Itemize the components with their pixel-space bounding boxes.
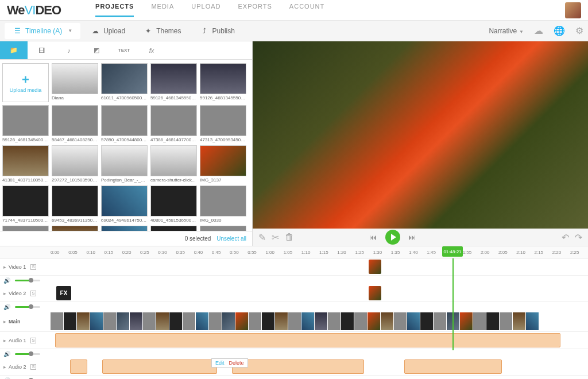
narrative-dropdown[interactable]: Narrative (489, 27, 524, 35)
nav-projects[interactable]: PROJECTS (95, 3, 134, 17)
audio-clip[interactable] (232, 359, 364, 374)
track-body[interactable] (51, 258, 588, 275)
wand-icon: ✦ (144, 26, 153, 36)
upload-media-tile[interactable]: + Upload media (2, 63, 49, 102)
trash-icon[interactable]: 🗑 (285, 232, 294, 242)
main-clips[interactable] (51, 312, 582, 330)
top-nav: WeVIDEO PROJECTS MEDIA UPLOAD EXPORTS AC… (0, 0, 588, 21)
media-item[interactable] (200, 226, 246, 231)
speaker-icon[interactable]: 🔊 (3, 277, 10, 284)
track-body[interactable] (51, 311, 588, 331)
media-item[interactable]: 61011_47009605008... (101, 63, 148, 102)
track-video1-vol: 🔊 (0, 276, 588, 285)
upload-tile-label: Upload media (10, 87, 42, 93)
media-item[interactable]: 41381_48371108508... (2, 145, 49, 183)
media-item[interactable]: 47313_47009534508... (200, 105, 246, 142)
timeline-ruler[interactable]: 0:000:050:10 0:150:200:25 0:300:350:40 0… (0, 246, 588, 258)
speaker-icon[interactable]: 🔊 (3, 377, 10, 380)
track-video2-vol: 🔊 (0, 302, 588, 311)
unselect-all-link[interactable]: Unselect all (216, 235, 246, 242)
media-item[interactable]: 297272_10150359008... (52, 145, 98, 183)
publish-button[interactable]: ⤴ Publish (192, 23, 243, 39)
media-item[interactable]: 58467_46814082508... (52, 105, 98, 142)
media-item[interactable] (150, 226, 197, 231)
skip-forward-icon[interactable]: ⏭ (408, 233, 416, 242)
media-item[interactable]: 57890_47009448008... (101, 105, 148, 142)
media-item[interactable]: Podington_Bear_-_Po... (101, 145, 148, 183)
preview-video[interactable] (253, 41, 588, 229)
expand-icon[interactable]: ▸ (3, 338, 6, 343)
nav-exports[interactable]: EXPORTS (238, 3, 272, 17)
audio-clip[interactable] (404, 359, 502, 374)
tab-text[interactable]: TEXT (110, 41, 138, 59)
audio-clip[interactable] (102, 359, 217, 374)
media-item[interactable]: 47386_46814077008... (150, 105, 197, 142)
media-item[interactable]: camera-shutter-click... (150, 145, 197, 183)
media-item[interactable] (2, 226, 49, 231)
speaker-icon[interactable]: 🔊 (3, 351, 10, 357)
upload-button[interactable]: ☁ Upload (83, 23, 133, 39)
track-body[interactable]: FX (51, 285, 588, 301)
media-item[interactable]: 71744_48371105008... (2, 185, 49, 223)
solo-button[interactable]: S (30, 338, 36, 343)
media-item[interactable] (101, 226, 148, 231)
undo-icon[interactable]: ↶ (562, 232, 569, 243)
speaker-icon[interactable]: 🔊 (3, 304, 10, 310)
middle-area: 📁 🎞 ♪ ◩ TEXT fx + Upload media Diana 610… (0, 41, 588, 246)
expand-icon[interactable]: ▸ (3, 291, 6, 296)
delete-link[interactable]: Delete (229, 360, 244, 366)
scissors-icon[interactable]: ✂ (272, 232, 279, 243)
globe-icon[interactable]: 🌐 (554, 25, 565, 36)
preview-panel: ✎ ✂ 🗑 ⏮ ⏭ ↶ ↷ (253, 41, 588, 246)
avatar[interactable] (565, 2, 581, 18)
expand-icon[interactable]: ▸ (3, 364, 6, 370)
timeline-dropdown[interactable]: ☰ Timeline (A) (5, 23, 80, 39)
media-item[interactable]: 69024_49486147508... (101, 185, 148, 223)
edit-link[interactable]: Edit (215, 360, 225, 366)
media-item[interactable]: 59126_46813455508... (150, 63, 197, 102)
timeline-tracks: ▸ Video 1 S 🔊 ▸ Video 2 S FX 🔊 ▸ Main (0, 258, 588, 379)
themes-label: Themes (156, 27, 181, 35)
media-item[interactable]: 59126_46813454008... (2, 105, 49, 142)
solo-button[interactable]: S (30, 364, 36, 370)
tab-video[interactable]: 🎞 (28, 41, 55, 59)
track-body[interactable]: Edit Delete (51, 358, 588, 375)
audio-clip[interactable] (70, 359, 87, 374)
solo-button[interactable]: S (30, 291, 36, 296)
tab-graphics[interactable]: ◩ (83, 41, 110, 59)
tab-media[interactable]: 📁 (0, 41, 28, 59)
volume-slider[interactable] (15, 306, 40, 308)
track-body[interactable] (51, 332, 588, 349)
media-item[interactable]: 69453_48369113508... (52, 185, 98, 223)
expand-icon[interactable]: ▸ (3, 264, 6, 270)
media-item[interactable]: IMG_0030 (200, 185, 246, 223)
track-audio2: ▸ Audio 2 S Edit Delete (0, 358, 588, 376)
playhead[interactable]: 01:48:21 (442, 246, 463, 257)
audio-clip[interactable] (55, 333, 560, 347)
fx-clip[interactable]: FX (56, 286, 71, 300)
media-item[interactable] (52, 226, 98, 231)
pencil-icon[interactable]: ✎ (258, 232, 266, 243)
gear-icon[interactable]: ⚙ (575, 25, 583, 36)
expand-icon[interactable]: ▸ (3, 319, 6, 324)
video-clip[interactable] (369, 286, 381, 300)
nav-media[interactable]: MEDIA (151, 3, 174, 17)
tab-fx[interactable]: fx (138, 41, 165, 59)
publish-label: Publish (212, 27, 235, 35)
solo-button[interactable]: S (30, 264, 36, 270)
nav-account[interactable]: ACCOUNT (289, 3, 324, 17)
themes-button[interactable]: ✦ Themes (136, 23, 189, 39)
volume-slider[interactable] (15, 280, 40, 281)
media-item[interactable]: 59126_46813455508... (200, 63, 246, 102)
media-item[interactable]: 40801_45815365008... (150, 185, 197, 223)
tab-audio[interactable]: ♪ (55, 41, 83, 59)
media-item[interactable]: Diana (52, 63, 98, 102)
nav-upload[interactable]: UPLOAD (191, 3, 220, 17)
play-button[interactable] (385, 230, 400, 245)
redo-icon[interactable]: ↷ (575, 232, 582, 243)
cloud-icon[interactable]: ☁ (534, 25, 543, 36)
media-item[interactable]: IMG_3137 (200, 145, 246, 183)
skip-back-icon[interactable]: ⏮ (369, 233, 377, 242)
video-clip[interactable] (369, 260, 381, 274)
volume-slider[interactable] (15, 353, 40, 355)
